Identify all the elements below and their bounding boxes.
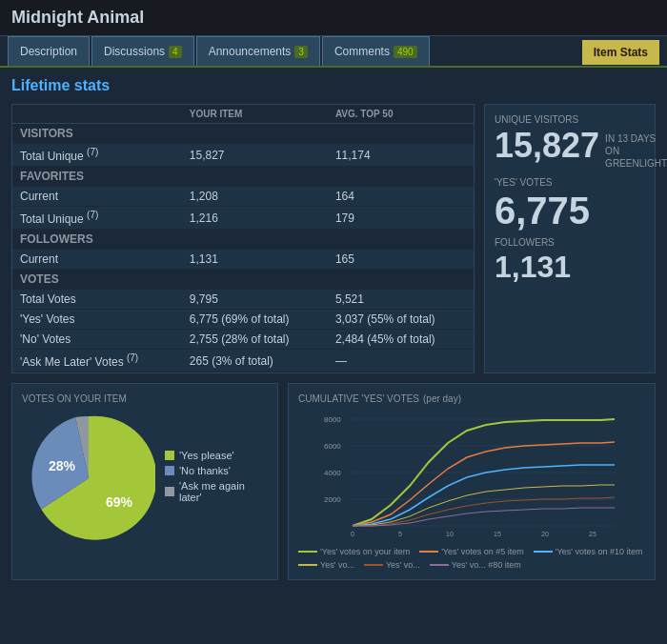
legend-your-item: 'Yes' votes on your item [298, 547, 410, 556]
table-row: 'No' Votes 2,755 (28% of total) 2,484 (4… [12, 330, 474, 350]
pie-container: 69% 28% 'Yes please' 'No thanks' 'Ask me… [22, 412, 268, 545]
chart-title: CUMULATIVE 'YES' VOTES [298, 393, 419, 404]
pie-label-yes: 69% [106, 494, 133, 510]
pie-label-no: 28% [49, 458, 76, 473]
col-header-avg: AVG. TOP 50 [328, 105, 474, 124]
item-stats-button[interactable]: Item Stats [582, 40, 659, 65]
chart-panel: CUMULATIVE 'YES' VOTES (per day) 8000 60… [288, 383, 656, 580]
app-title: Midnight Animal [11, 8, 144, 27]
comments-badge: 490 [394, 46, 417, 58]
yes-votes-label: 'YES' VOTES [495, 177, 645, 188]
svg-text:0: 0 [351, 531, 354, 537]
table-row: 'Yes' Votes 6,775 (69% of total) 3,037 (… [12, 310, 474, 330]
bottom-grid: VOTES ON YOUR ITEM 69% 28% 'Yes p [11, 383, 656, 580]
unique-visitors-row: 15,827 IN 13 DAYS ON GREENLIGHT [495, 129, 645, 170]
svg-text:20: 20 [541, 531, 549, 537]
legend-yes: 'Yes please' [165, 450, 268, 461]
table-row: Current 1,208 164 [12, 187, 474, 207]
unique-visitors-label: UNIQUE VISITORS [495, 114, 645, 125]
side-panel: UNIQUE VISITORS 15,827 IN 13 DAYS ON GRE… [484, 104, 656, 373]
col-header-your-item: YOUR ITEM [182, 105, 328, 124]
main-grid: YOUR ITEM AVG. TOP 50 VISITORS Total Uni… [11, 104, 656, 373]
table-row: Total Votes 9,795 5,521 [12, 290, 474, 310]
legend-line-brown [364, 564, 383, 566]
legend-other1: Yes' vo... [298, 560, 354, 570]
pie-panel: VOTES ON YOUR ITEM 69% 28% 'Yes p [11, 383, 278, 580]
svg-text:2000: 2000 [324, 495, 341, 504]
followers-label: FOLLOWERS [495, 237, 645, 248]
tab-discussions[interactable]: Discussions 4 [91, 36, 194, 66]
legend-no-dot [165, 466, 174, 475]
legend-line-purple [430, 564, 449, 566]
chart-legend: 'Yes' votes on your item 'Yes' votes on … [298, 547, 645, 570]
chart-subtitle: (per day) [423, 393, 461, 404]
legend-line-orange [419, 551, 438, 553]
svg-text:6000: 6000 [324, 442, 341, 451]
legend-ask: 'Ask me again later' [165, 480, 268, 503]
stats-table: YOUR ITEM AVG. TOP 50 VISITORS Total Uni… [11, 104, 475, 373]
legend-yes-dot [165, 451, 174, 460]
legend-no: 'No thanks' [165, 465, 268, 476]
legend-80-item: Yes' vo... #80 item [430, 560, 521, 570]
table-row: 'Ask Me Later' Votes (7) 265 (3% of tota… [12, 350, 474, 372]
tab-description[interactable]: Description [8, 36, 90, 66]
app-header: Midnight Animal [0, 0, 667, 36]
discussions-badge: 4 [169, 46, 182, 58]
tabs-bar: Description Discussions 4 Announcements … [0, 36, 667, 68]
section-visitors: VISITORS [12, 124, 474, 144]
svg-text:4000: 4000 [324, 469, 341, 477]
svg-text:8000: 8000 [324, 415, 341, 424]
tab-announcements[interactable]: Announcements 3 [196, 36, 320, 66]
table-row: Total Unique (7) 15,827 11,174 [12, 144, 474, 167]
table-row: Total Unique (7) 1,216 179 [12, 207, 474, 230]
svg-text:10: 10 [446, 531, 454, 537]
lifetime-stats-title: Lifetime stats [11, 77, 656, 94]
pie-chart-svg: 69% 28% [22, 412, 155, 545]
unique-visitors-value: 15,827 [495, 129, 599, 163]
days-note: IN 13 DAYS ON GREENLIGHT [605, 132, 667, 170]
legend-other2: Yes' vo... [364, 560, 420, 570]
tab-comments[interactable]: Comments 490 [322, 36, 430, 66]
yes-votes-value: 6,775 [495, 191, 645, 230]
svg-text:5: 5 [398, 531, 402, 537]
legend-line-gold [298, 564, 317, 566]
pie-title: VOTES ON YOUR ITEM [22, 393, 268, 404]
legend-line-green [298, 551, 317, 553]
line-chart-svg: 8000 6000 4000 2000 0 5 10 15 20 25 [298, 410, 645, 543]
pie-legend: 'Yes please' 'No thanks' 'Ask me again l… [165, 450, 268, 507]
chart-area: 8000 6000 4000 2000 0 5 10 15 20 25 [298, 410, 645, 543]
table-row: Current 1,131 165 [12, 250, 474, 270]
legend-line-blue [534, 551, 553, 553]
legend-10-item: 'Yes' votes on #10 item [534, 547, 643, 556]
announcements-badge: 3 [294, 46, 308, 58]
section-favorites: FAVORITES [12, 167, 474, 187]
svg-text:15: 15 [494, 531, 501, 537]
svg-text:25: 25 [589, 531, 596, 537]
section-followers: FOLLOWERS [12, 230, 474, 250]
followers-value: 1,131 [495, 252, 645, 282]
legend-5-item: 'Yes' votes on #5 item [419, 547, 524, 556]
col-header-category [12, 105, 182, 124]
legend-ask-dot [165, 487, 174, 496]
content-area: Lifetime stats YOUR ITEM AVG. TOP 50 VIS… [0, 68, 667, 590]
section-votes: VOTES [12, 270, 474, 290]
